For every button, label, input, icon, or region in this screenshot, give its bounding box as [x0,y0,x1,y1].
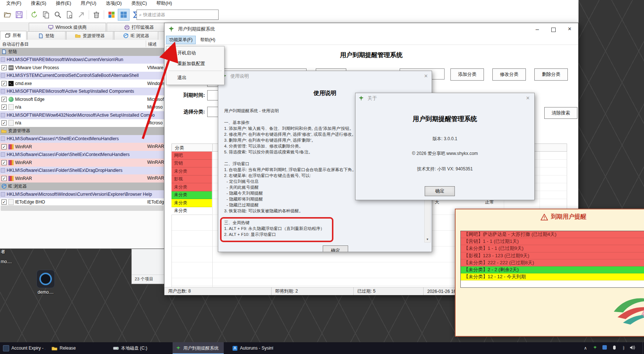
popup-user-item[interactable]: 【未分类】1 - 1 (已过期9天) [461,245,644,252]
entry-row[interactable]: ✓vmVMware User ProcessVMware [0,64,164,72]
quick-filter-input[interactable]: ⌕ 快速过滤器 [137,10,219,20]
msconfig-icon[interactable] [106,9,117,20]
section-row[interactable]: 资源管理器 [0,127,164,135]
enabled-checkbox[interactable]: ✓ [1,199,7,205]
about-close-icon[interactable]: ✕ [526,95,530,101]
enabled-checkbox[interactable]: ✓ [1,81,7,86]
entry-row[interactable]: ✓IEToEdge BHOIEToEdge [0,198,164,206]
desktop-icon-demo[interactable]: demo.... [31,270,61,295]
autoruns-menu-4[interactable]: 选项(O) [101,0,127,7]
popup-user-item[interactable]: 【未分类】12 - 12 - 今天到期 [461,273,644,280]
tab-logon[interactable]: 登陆 [27,31,66,40]
enabled-checkbox[interactable]: ✓ [1,120,7,125]
section-row[interactable]: IE 浏览器 [0,183,164,191]
popup-user-item[interactable]: 【营销】1 - 1 (已过期1天) [461,238,644,245]
autoruns-menu-2[interactable]: 操作(E) [51,0,76,7]
entry-row[interactable]: ✓Microsoft EdgeMicrosof [0,95,164,103]
save-icon[interactable] [14,9,25,20]
popup-user-item[interactable]: 【影视】123 - 123 (已过期9天) [461,252,644,259]
taskbar-item-1[interactable]: Release [49,342,88,354]
autoruns-menu-1[interactable]: 搜索(S) [26,0,51,7]
registry-path-row[interactable]: HKLM\Software\Classes\*\ShellEx\ContextM… [0,135,164,143]
dropdown-item-0[interactable]: 开机启动 [166,48,224,59]
entry-row[interactable]: ✓WinRARWinRAR 分 [0,174,164,183]
about-ok-button[interactable]: 确定 [425,186,455,196]
taskbar-item-2[interactable]: 本地磁盘 (C:) [110,342,150,354]
tab-everything[interactable]: 所有 [0,31,26,40]
taskbar-item-4[interactable]: Autoruns - Sysint... [229,342,273,354]
category-cell[interactable]: 未分类 [171,167,212,176]
usage-close-icon[interactable]: ✕ [424,73,428,79]
entry-row[interactable]: ✓n/aMicroso [0,103,164,111]
registry-path-row[interactable]: HKLM\Software\Classes\Folder\ShellEx\Dra… [0,167,164,175]
export-icon[interactable] [64,9,75,20]
maximize-button[interactable] [548,27,559,33]
dropdown-item-2[interactable]: 退出 [166,72,224,83]
registry-path-row[interactable]: HKLM\SOFTWARE\Microsoft\Windows\CurrentV… [0,56,164,64]
mic-tray-icon[interactable] [611,345,617,351]
autoruns-menu-0[interactable]: 文件(F) [1,0,26,7]
enabled-checkbox[interactable]: ✓ [1,160,7,165]
category-icon[interactable] [118,9,130,21]
registry-path-row[interactable]: HKLM\SYSTEM\CurrentControlSet\Control\Sa… [0,72,164,80]
category-cell[interactable]: 网吧 [171,152,212,160]
registry-path-row[interactable]: HKLM\SOFTWARE\Wow6432Node\Microsoft\Acti… [0,111,164,119]
tab-winsock[interactable]: Winsock 提供商 [29,23,106,32]
dropdown-item-1[interactable]: 重新加载配置 [166,59,224,69]
minimize-button[interactable]: – [532,26,543,33]
popup-user-item[interactable]: 【未分类】222 - 222 (已过期8天) [461,259,644,266]
add-category-button[interactable]: 添加分类 [450,68,484,81]
delete-category-button[interactable]: 删除分类 [534,68,568,81]
category-cell[interactable]: 未分类 [171,191,212,199]
menu-help[interactable]: 帮助(H) [197,36,218,44]
copy-icon[interactable] [40,9,52,20]
category-cell[interactable]: 影视 [171,176,212,184]
tab-explorer[interactable]: 资源管理器 [66,31,113,40]
autoruns-menu-3[interactable]: 用户(U) [76,0,101,7]
app-tray-icon[interactable] [592,345,598,351]
show-desktop-strip[interactable] [643,342,644,354]
enabled-checkbox[interactable]: ✓ [1,97,7,102]
taskbar-item-0[interactable]: Account Expiry - ... [0,342,45,354]
entry-row[interactable]: ✓WinRARWinRAR 分 [0,143,164,151]
tab-print-monitors[interactable]: 打印监视器 [107,23,171,32]
entry-row[interactable]: ✓WinRARWinRAR 分 [0,159,164,167]
open-icon[interactable] [2,9,13,20]
registry-path-row[interactable]: HKLM\Software\Microsoft\Windows\CurrentV… [0,190,164,198]
column-header-entry[interactable]: 自动运行条目 [2,41,29,47]
autoruns-menu-5[interactable]: 类别(C) [127,0,152,7]
clear-search-button[interactable]: 清除搜索 [544,107,577,119]
find-icon[interactable] [52,9,63,20]
volume-tray-icon[interactable] [629,345,635,351]
category-cell[interactable]: 未分类 [171,183,212,191]
tab-ie[interactable]: IE 浏览器 [114,31,158,40]
category-cell[interactable]: 未分类 [171,199,212,207]
taskbar-item-3[interactable]: 用户到期提醒系统 [173,342,224,354]
entry-row[interactable]: ✓>_cmd.exeWindows [0,79,164,88]
enabled-checkbox[interactable]: ✓ [1,176,7,181]
edit-category-button[interactable]: 修改分类 [492,68,526,81]
scroll-down-icon[interactable]: ▼ [425,237,430,242]
close-button[interactable]: ✕ [564,26,575,33]
bluetooth-tray-icon[interactable]: ᛒ [621,345,627,351]
menu-function[interactable]: 功能菜单(F) [166,36,196,44]
category-cell[interactable]: 营销 [171,160,212,168]
autoruns-menu-6[interactable]: 帮助(H) [152,0,177,7]
section-row[interactable]: 登陆 [0,48,164,56]
usage-titlebar[interactable]: 使用说明 ✕ [218,71,432,81]
column-header-desc[interactable]: 描述 [148,41,157,47]
hidden-icons-chevron[interactable]: ∧ [583,345,588,351]
enabled-checkbox[interactable]: ✓ [1,105,7,110]
popup-user-item[interactable]: 【未分类】2 - 2 (剩余2天) [461,266,644,273]
enabled-checkbox[interactable]: ✓ [1,65,7,70]
jump-icon[interactable] [76,9,87,20]
enabled-checkbox[interactable]: ✓ [1,144,7,149]
category-cell[interactable]: 未分类 [171,207,212,215]
popup-user-item[interactable]: 【网吧】萨达萨达是 - 大苏打撒 (已过期4天) [461,231,644,238]
registry-path-row[interactable]: HKLM\Software\Classes\Folder\ShellEx\Con… [0,151,164,159]
refresh-icon[interactable] [29,9,40,20]
usage-ok-button[interactable]: 确定 [323,245,348,252]
about-titlebar[interactable]: 关于 ✕ [355,93,534,103]
vmware-tray-icon[interactable] [602,345,608,351]
category-column-header[interactable]: 分类 [175,145,184,151]
